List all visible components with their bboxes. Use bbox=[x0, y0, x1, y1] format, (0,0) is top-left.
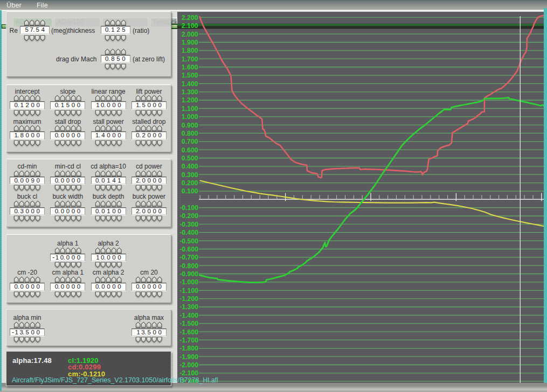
svg-text:0.500: 0.500 bbox=[182, 155, 198, 162]
svg-text:-0.900: -0.900 bbox=[179, 270, 198, 278]
svg-text:0.100: 0.100 bbox=[182, 187, 198, 195]
svg-text:1.500: 1.500 bbox=[182, 72, 198, 79]
svg-text:0.900: 0.900 bbox=[182, 122, 198, 129]
svg-text:1.400: 1.400 bbox=[182, 80, 198, 88]
svg-text:-0.400: -0.400 bbox=[179, 229, 198, 236]
svg-text:-1.700: -1.700 bbox=[179, 337, 198, 344]
svg-text:-1.200: -1.200 bbox=[179, 295, 198, 303]
svg-text:-0.200: -0.200 bbox=[179, 212, 198, 220]
svg-text:-0.700: -0.700 bbox=[179, 254, 198, 261]
svg-text:-0.300: -0.300 bbox=[179, 221, 198, 228]
svg-text:-0.600: -0.600 bbox=[179, 246, 198, 253]
svg-text:1.600: 1.600 bbox=[182, 64, 198, 71]
svg-text:1.900: 1.900 bbox=[182, 39, 198, 46]
svg-text:2.000: 2.000 bbox=[182, 31, 198, 38]
svg-text:-1.600: -1.600 bbox=[179, 328, 198, 336]
svg-text:1.100: 1.100 bbox=[182, 105, 198, 113]
svg-text:2.100: 2.100 bbox=[182, 22, 198, 30]
svg-text:-0.100: -0.100 bbox=[179, 204, 198, 212]
svg-text:1.700: 1.700 bbox=[182, 55, 198, 63]
svg-text:0.800: 0.800 bbox=[182, 130, 198, 137]
svg-text:1.300: 1.300 bbox=[182, 88, 198, 96]
svg-text:-1.000: -1.000 bbox=[179, 278, 198, 286]
svg-text:0.400: 0.400 bbox=[182, 163, 198, 170]
svg-text:2.200: 2.200 bbox=[182, 14, 198, 22]
svg-text:-1.300: -1.300 bbox=[179, 303, 198, 311]
svg-text:1.800: 1.800 bbox=[182, 47, 198, 54]
svg-text:-1.900: -1.900 bbox=[179, 353, 198, 361]
svg-text:-2.000: -2.000 bbox=[179, 361, 198, 369]
svg-text:-1.500: -1.500 bbox=[179, 320, 198, 327]
svg-text:1.200: 1.200 bbox=[182, 96, 198, 104]
svg-text:-1.800: -1.800 bbox=[179, 345, 198, 352]
svg-text:0.700: 0.700 bbox=[182, 138, 198, 145]
svg-text:-1.100: -1.100 bbox=[179, 287, 198, 295]
svg-text:-1.400: -1.400 bbox=[179, 312, 198, 319]
svg-text:0.600: 0.600 bbox=[182, 146, 198, 154]
svg-text:0.200: 0.200 bbox=[182, 179, 198, 187]
svg-text:0.300: 0.300 bbox=[182, 171, 198, 179]
svg-text:-0.500: -0.500 bbox=[179, 237, 198, 245]
svg-text:1.000: 1.000 bbox=[182, 113, 198, 121]
svg-text:-0.800: -0.800 bbox=[179, 262, 198, 270]
